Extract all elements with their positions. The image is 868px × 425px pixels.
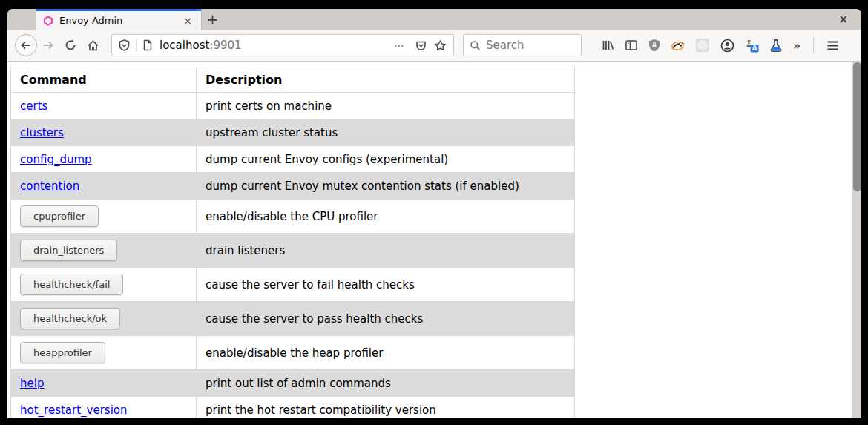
command-cell: contention — [11, 173, 197, 200]
command-cell: healthcheck/fail — [11, 268, 197, 302]
table-row: config_dumpdump current Envoy configs (e… — [11, 146, 575, 173]
command-cell: certs — [11, 93, 197, 119]
scrollbar-thumb[interactable] — [853, 62, 861, 191]
search-icon — [470, 40, 481, 51]
overflow-chevron-icon[interactable]: » — [793, 39, 800, 53]
command-cell: clusters — [11, 119, 197, 146]
command-table: Command Description certsprint certs on … — [10, 67, 575, 418]
table-row: clustersupstream cluster status — [11, 119, 575, 146]
sidebars-icon[interactable] — [625, 39, 638, 52]
description-cell: upstream cluster status — [197, 119, 575, 146]
urlbar-divider — [136, 39, 137, 52]
table-row: hot_restart_versionprint the hot restart… — [11, 397, 575, 419]
command-cell: help — [11, 370, 197, 397]
menu-icon[interactable] — [826, 40, 839, 51]
browser-window: Envoy Admin × + × — [7, 9, 861, 418]
command-link[interactable]: hot_restart_version — [20, 403, 128, 417]
description-cell: print certs on machine — [197, 93, 575, 119]
page-actions-icon[interactable]: ⋯ — [394, 39, 405, 51]
column-header-description: Description — [197, 67, 575, 93]
tab-strip: Envoy Admin × + × — [7, 9, 861, 30]
library-icon[interactable] — [601, 39, 614, 52]
description-cell: cause the server to fail health checks — [197, 268, 575, 302]
account-icon[interactable] — [720, 39, 734, 53]
toolbar-separator — [813, 37, 814, 53]
search-input[interactable] — [486, 39, 568, 52]
badger-extension-icon[interactable] — [671, 39, 685, 52]
page-document-icon[interactable] — [142, 39, 153, 51]
forward-button[interactable] — [37, 34, 59, 56]
url-bar[interactable]: localhost:9901 ⋯ — [111, 34, 454, 56]
reload-icon — [65, 39, 76, 51]
table-row: healthcheck/failcause the server to fail… — [11, 268, 575, 302]
command-button[interactable]: drain_listeners — [20, 240, 117, 261]
new-tab-button[interactable]: + — [201, 9, 223, 30]
home-icon — [87, 39, 99, 52]
command-cell: healthcheck/ok — [11, 302, 197, 336]
window-close-button[interactable]: × — [838, 14, 848, 25]
description-cell: enable/disable the CPU profiler — [197, 200, 575, 234]
command-cell: hot_restart_version — [11, 397, 197, 419]
column-header-command: Command — [11, 67, 197, 93]
description-cell: dump current Envoy mutex contention stat… — [197, 173, 575, 200]
table-row: contentiondump current Envoy mutex conte… — [11, 173, 575, 200]
navigation-toolbar: localhost:9901 ⋯ — [7, 30, 861, 62]
description-cell: print the hot restart compatibility vers… — [197, 397, 575, 419]
command-cell: cpuprofiler — [11, 200, 197, 234]
home-button[interactable] — [82, 34, 104, 56]
command-link[interactable]: clusters — [20, 126, 64, 139]
description-cell: print out list of admin commands — [197, 370, 575, 397]
envoy-favicon-icon — [43, 16, 53, 26]
back-button[interactable] — [15, 34, 37, 56]
command-link[interactable]: help — [20, 377, 44, 390]
command-button[interactable]: heapprofiler — [20, 342, 105, 363]
forward-arrow-icon — [42, 39, 54, 51]
toolbar-extension-icons: A » — [601, 37, 839, 53]
table-row: cpuprofilerenable/disable the CPU profil… — [11, 200, 575, 234]
tab-title: Envoy Admin — [59, 15, 174, 26]
command-cell: drain_listeners — [11, 234, 197, 268]
command-table-body: certsprint certs on machineclustersupstr… — [11, 93, 575, 419]
command-button[interactable]: cpuprofiler — [20, 205, 99, 227]
table-header-row: Command Description — [11, 67, 575, 93]
vertical-scrollbar[interactable] — [852, 62, 861, 418]
command-button[interactable]: healthcheck/ok — [20, 308, 120, 329]
description-cell: enable/disable the heap profiler — [197, 336, 575, 370]
url-port: :9901 — [209, 39, 241, 52]
command-link[interactable]: contention — [20, 179, 79, 193]
pocket-icon[interactable] — [415, 40, 427, 51]
shield-lock-extension-icon[interactable] — [648, 39, 660, 52]
url-text[interactable]: localhost:9901 — [160, 39, 242, 52]
table-row: drain_listenersdrain listeners — [11, 234, 575, 268]
page-content: Command Description certsprint certs on … — [7, 62, 861, 418]
bookmark-star-icon[interactable] — [434, 39, 447, 52]
svg-text:A: A — [752, 45, 757, 52]
command-link[interactable]: config_dump — [20, 153, 92, 166]
description-cell: dump current Envoy configs (experimental… — [197, 146, 575, 173]
command-cell: heapprofiler — [11, 336, 197, 370]
tab-close-icon[interactable]: × — [180, 14, 195, 27]
table-row: certsprint certs on machine — [11, 93, 575, 119]
disabled-extension-icon[interactable] — [695, 38, 710, 53]
back-arrow-icon — [20, 39, 32, 51]
table-row: healthcheck/okcause the server to pass h… — [11, 302, 575, 336]
search-box[interactable] — [463, 34, 582, 56]
table-row: helpprint out list of admin commands — [11, 370, 575, 397]
description-cell: drain listeners — [197, 234, 575, 268]
flask-extension-icon[interactable] — [769, 39, 783, 53]
description-cell: cause the server to pass health checks — [197, 302, 575, 336]
command-cell: config_dump — [11, 146, 197, 173]
reload-button[interactable] — [59, 34, 82, 56]
command-link[interactable]: certs — [20, 99, 47, 113]
command-button[interactable]: healthcheck/fail — [20, 274, 123, 295]
tracking-protection-shield-icon[interactable] — [119, 39, 130, 51]
tab-envoy-admin[interactable]: Envoy Admin × — [36, 9, 201, 30]
table-row: heapprofilerenable/disable the heap prof… — [11, 336, 575, 370]
translate-extension-icon[interactable]: A — [745, 39, 759, 53]
